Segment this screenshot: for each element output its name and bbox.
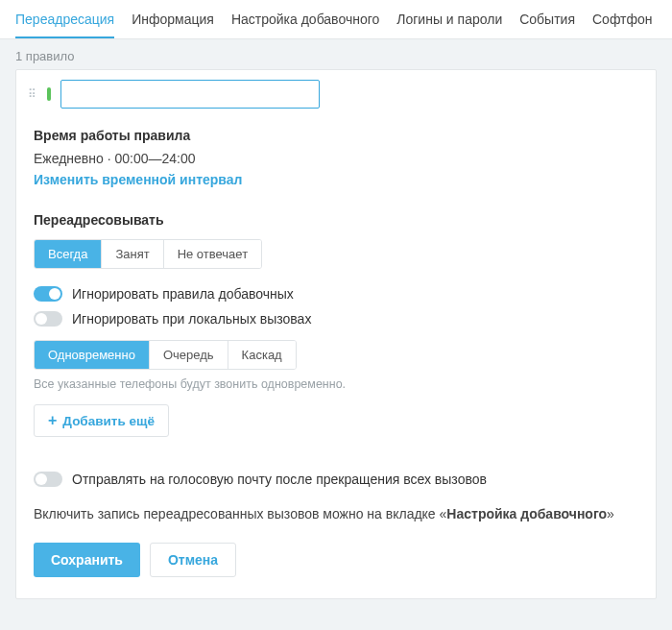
tab-0[interactable]: Переадресация	[15, 12, 114, 38]
plus-icon: +	[48, 413, 57, 428]
voicemail-label: Отправлять на голосовую почту после прек…	[72, 472, 487, 487]
add-more-label: Добавить ещё	[62, 414, 155, 428]
actions: Сохранить Отмена	[16, 543, 656, 577]
strategy-2[interactable]: Каскад	[228, 341, 296, 369]
strategy-1[interactable]: Очередь	[150, 341, 228, 369]
tab-2[interactable]: Настройка добавочного	[231, 12, 379, 38]
rule-panel: ⠿ Время работы правила Ежедневно · 00:00…	[15, 69, 657, 599]
tab-3[interactable]: Логины и пароли	[396, 12, 502, 38]
voicemail-toggle[interactable]	[34, 472, 62, 487]
tab-1[interactable]: Информация	[132, 12, 214, 38]
cancel-button[interactable]: Отмена	[150, 543, 236, 577]
strategy-0[interactable]: Одновременно	[35, 341, 150, 369]
ignore-ext-rules-toggle[interactable]	[34, 286, 62, 302]
voicemail-row: Отправлять на голосовую почту после прек…	[34, 472, 638, 487]
ignore-ext-rules-label: Игнорировать правила добавочных	[72, 286, 294, 302]
forward-section: Переадресовывать ВсегдаЗанятНе отвечает …	[16, 212, 656, 521]
rule-header: ⠿	[16, 70, 656, 122]
strategy-group: ОдновременноОчередьКаскад	[34, 340, 297, 370]
add-more-button[interactable]: + Добавить ещё	[34, 404, 169, 437]
tabs: ПереадресацияИнформацияНастройка добавоч…	[0, 0, 672, 39]
forward-mode-0[interactable]: Всегда	[35, 240, 102, 268]
schedule-summary: Ежедневно · 00:00—24:00	[34, 151, 638, 166]
tab-5[interactable]: Софтфон	[592, 12, 653, 38]
drag-handle-icon[interactable]: ⠿	[28, 91, 37, 97]
forward-mode-1[interactable]: Занят	[102, 240, 163, 268]
strategy-hint: Все указанные телефоны будут звонить одн…	[34, 377, 638, 391]
schedule-heading: Время работы правила	[34, 128, 638, 143]
forward-mode-2[interactable]: Не отвечает	[164, 240, 261, 268]
recording-note: Включить запись переадресованных вызовов…	[34, 506, 638, 521]
tab-4[interactable]: События	[519, 12, 575, 38]
save-button[interactable]: Сохранить	[34, 543, 140, 577]
rule-name-input[interactable]	[60, 80, 320, 109]
forward-heading: Переадресовывать	[34, 212, 638, 228]
rule-active-indicator	[47, 87, 51, 101]
ignore-ext-rules-row: Игнорировать правила добавочных	[34, 286, 638, 302]
ignore-local-label: Игнорировать при локальных вызовах	[72, 311, 311, 327]
forward-mode-group: ВсегдаЗанятНе отвечает	[34, 239, 262, 269]
ignore-local-toggle[interactable]	[34, 311, 62, 327]
rules-count: 1 правило	[0, 39, 672, 69]
change-schedule-link[interactable]: Изменить временной интервал	[34, 172, 242, 187]
schedule-section: Время работы правила Ежедневно · 00:00—2…	[16, 128, 656, 206]
ignore-local-row: Игнорировать при локальных вызовах	[34, 311, 638, 327]
